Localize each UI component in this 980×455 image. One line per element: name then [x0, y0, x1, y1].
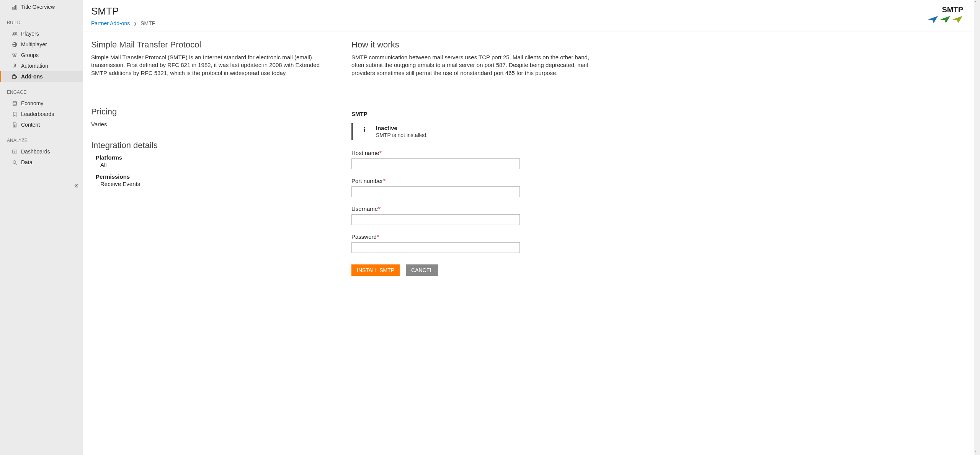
- sidebar-item-economy[interactable]: Economy: [0, 98, 83, 109]
- scroll-down-icon[interactable]: ˅: [975, 450, 977, 454]
- svg-rect-10: [15, 54, 17, 55]
- svg-rect-1: [14, 6, 15, 9]
- username-label: Username: [351, 205, 378, 212]
- status-banner: i Inactive SMTP is not installed.: [351, 123, 600, 140]
- sidebar-item-title-overview[interactable]: Title Overview: [0, 2, 83, 12]
- svg-rect-9: [13, 54, 15, 55]
- page-title: SMTP: [91, 5, 155, 17]
- hostname-label: Host name: [351, 150, 379, 156]
- port-label: Port number: [351, 178, 383, 184]
- dashboard-icon: [12, 149, 21, 155]
- svg-rect-0: [13, 7, 13, 9]
- sidebar-item-data[interactable]: Data: [0, 157, 83, 168]
- hostname-input[interactable]: [351, 158, 520, 169]
- coins-icon: [12, 101, 21, 106]
- overview-body: Simple Mail Transfer Protocol (SMTP) is …: [91, 54, 336, 77]
- sidebar-item-label: Automation: [21, 63, 48, 69]
- svg-rect-16: [14, 74, 15, 75]
- port-input[interactable]: [351, 186, 520, 197]
- sidebar-item-label: Groups: [21, 52, 39, 58]
- breadcrumb-current: SMTP: [140, 20, 155, 26]
- page-header: SMTP Partner Add-ons ❯ SMTP SMTP: [83, 0, 974, 31]
- content-area: Simple Mail Transfer Protocol Simple Mai…: [83, 31, 974, 455]
- sidebar-item-addons[interactable]: Add-ons: [0, 71, 83, 82]
- required-asterisk: *: [377, 233, 379, 241]
- password-input[interactable]: [351, 242, 520, 253]
- platforms-value: All: [91, 161, 336, 168]
- sidebar-item-label: Add-ons: [21, 73, 43, 80]
- status-title: Inactive: [376, 125, 428, 131]
- sidebar-item-label: Players: [21, 31, 39, 37]
- username-input[interactable]: [351, 214, 520, 225]
- svg-rect-2: [15, 5, 16, 8]
- svg-point-5: [15, 32, 16, 33]
- sidebar-item-label: Multiplayer: [21, 41, 47, 47]
- permissions-label: Permissions: [91, 173, 336, 180]
- sidebar-item-label: Economy: [21, 100, 43, 106]
- svg-line-25: [15, 163, 17, 165]
- pricing-heading: Pricing: [91, 107, 336, 117]
- addon-logo-text: SMTP: [927, 5, 963, 14]
- svg-rect-14: [13, 75, 16, 78]
- bar-chart-icon: [12, 4, 21, 10]
- how-it-works-heading: How it works: [351, 40, 600, 50]
- document-icon: [12, 122, 21, 128]
- connection-title: SMTP: [351, 111, 600, 117]
- svg-point-12: [14, 64, 16, 66]
- sidebar-group-analyze: ANALYZE: [0, 135, 83, 145]
- permissions-value: Receive Events: [91, 181, 336, 187]
- how-it-works-body: SMTP communication between mail servers …: [351, 54, 600, 77]
- sidebar-item-label: Content: [21, 122, 40, 128]
- people-icon: [12, 31, 21, 37]
- required-asterisk: *: [383, 178, 386, 185]
- install-button[interactable]: INSTALL SMTP: [351, 264, 400, 276]
- sidebar-item-label: Dashboards: [21, 148, 50, 155]
- required-asterisk: *: [379, 150, 382, 157]
- password-label: Password: [351, 233, 377, 240]
- puzzle-icon: [12, 74, 21, 80]
- sidebar-group-engage: ENGAGE: [0, 87, 83, 97]
- info-icon: i: [353, 125, 376, 133]
- breadcrumb: Partner Add-ons ❯ SMTP: [91, 20, 155, 26]
- addon-logo: SMTP: [927, 5, 965, 24]
- magnify-icon: [12, 160, 21, 165]
- integration-heading: Integration details: [91, 140, 336, 150]
- cancel-button[interactable]: CANCEL: [406, 264, 438, 276]
- collapse-sidebar-icon[interactable]: [74, 183, 79, 189]
- robot-icon: [12, 63, 21, 69]
- sidebar-item-groups[interactable]: Groups: [0, 50, 83, 60]
- sidebar-group-build: BUILD: [0, 18, 83, 28]
- globe-icon: [12, 42, 21, 47]
- scrollbar[interactable]: ˄ ˅: [974, 0, 980, 455]
- svg-rect-11: [14, 55, 16, 57]
- sidebar-item-dashboards[interactable]: Dashboards: [0, 146, 83, 157]
- breadcrumb-link-partner-addons[interactable]: Partner Add-ons: [91, 20, 130, 26]
- paper-plane-icons: [927, 15, 963, 24]
- svg-point-17: [13, 101, 16, 103]
- sidebar-item-leaderboards[interactable]: Leaderboards: [0, 109, 83, 119]
- overview-heading: Simple Mail Transfer Protocol: [91, 40, 336, 50]
- status-message: SMTP is not installed.: [376, 132, 428, 138]
- sidebar-item-label: Data: [21, 159, 33, 165]
- sidebar-item-content[interactable]: Content: [0, 119, 83, 130]
- bookmark-icon: [12, 111, 21, 117]
- required-asterisk: *: [378, 205, 381, 213]
- main-panel: SMTP Partner Add-ons ❯ SMTP SMTP: [83, 0, 974, 455]
- svg-point-4: [13, 32, 15, 33]
- chevron-right-icon: ❯: [134, 21, 137, 26]
- platforms-label: Platforms: [91, 154, 336, 161]
- sidebar-item-label: Title Overview: [21, 4, 55, 10]
- sidebar-item-players[interactable]: Players: [0, 28, 83, 39]
- pricing-value: Varies: [91, 121, 336, 128]
- sidebar-item-multiplayer[interactable]: Multiplayer: [0, 39, 83, 50]
- sidebar: Title Overview BUILD Players Multiplayer…: [0, 0, 83, 455]
- scroll-up-icon[interactable]: ˄: [975, 1, 977, 5]
- sidebar-item-label: Leaderboards: [21, 111, 54, 117]
- group-icon: [12, 52, 21, 58]
- sidebar-item-automation[interactable]: Automation: [0, 60, 83, 71]
- svg-point-24: [13, 160, 16, 163]
- svg-rect-15: [16, 76, 17, 77]
